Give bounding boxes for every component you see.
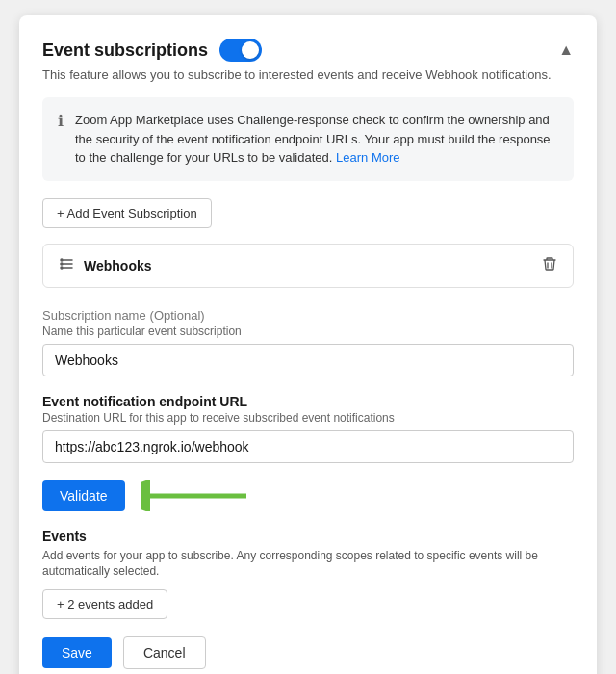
endpoint-url-input[interactable] [42, 430, 574, 463]
endpoint-url-label: Event notification endpoint URL [42, 394, 574, 409]
webhook-label: Webhooks [84, 258, 152, 273]
events-hint: Add events for your app to subscribe. An… [42, 548, 574, 581]
validate-button[interactable]: Validate [42, 480, 125, 511]
events-title: Events [42, 529, 574, 544]
chevron-up-icon[interactable]: ▲ [558, 41, 574, 59]
section-title: Event subscriptions [42, 39, 262, 62]
section-subtitle: This feature allows you to subscribe to … [42, 67, 574, 82]
delete-webhook-icon[interactable] [542, 256, 557, 275]
subscription-name-hint: Name this particular event subscription [42, 324, 574, 338]
section-title-text: Event subscriptions [42, 40, 208, 61]
subscription-name-label: Subscription name (Optional) [42, 307, 574, 323]
green-arrow-container [141, 480, 256, 511]
info-box-text: Zoom App Marketplace uses Challenge-resp… [75, 111, 558, 168]
webhook-icon [59, 256, 74, 275]
subscription-name-optional: (Optional) [150, 308, 205, 323]
validate-row: Validate [42, 480, 574, 511]
events-add-button[interactable]: + 2 events added [42, 589, 167, 619]
cancel-button[interactable]: Cancel [123, 636, 206, 669]
green-arrow-icon [141, 480, 256, 511]
endpoint-url-hint: Destination URL for this app to receive … [42, 411, 574, 425]
webhook-left: Webhooks [59, 256, 152, 275]
save-button[interactable]: Save [42, 637, 112, 668]
learn-more-link[interactable]: Learn More [336, 150, 399, 165]
toggle-switch[interactable] [219, 39, 262, 62]
info-icon: ℹ [58, 112, 64, 168]
events-section: Events Add events for your app to subscr… [42, 529, 574, 620]
subscription-name-label-text: Subscription name [42, 308, 146, 323]
info-text-content: Zoom App Marketplace uses Challenge-resp… [75, 113, 551, 165]
action-row: Save Cancel [42, 636, 574, 669]
event-subscriptions-card: Event subscriptions ▲ This feature allow… [19, 15, 597, 674]
subscription-name-group: Subscription name (Optional) Name this p… [42, 307, 574, 376]
subscription-name-input[interactable] [42, 344, 574, 376]
info-box: ℹ Zoom App Marketplace uses Challenge-re… [42, 97, 574, 181]
endpoint-url-group: Event notification endpoint URL Destinat… [42, 394, 574, 463]
webhook-row: Webhooks [42, 244, 574, 288]
section-header: Event subscriptions ▲ [42, 39, 574, 62]
add-event-subscription-button[interactable]: + Add Event Subscription [42, 198, 212, 228]
